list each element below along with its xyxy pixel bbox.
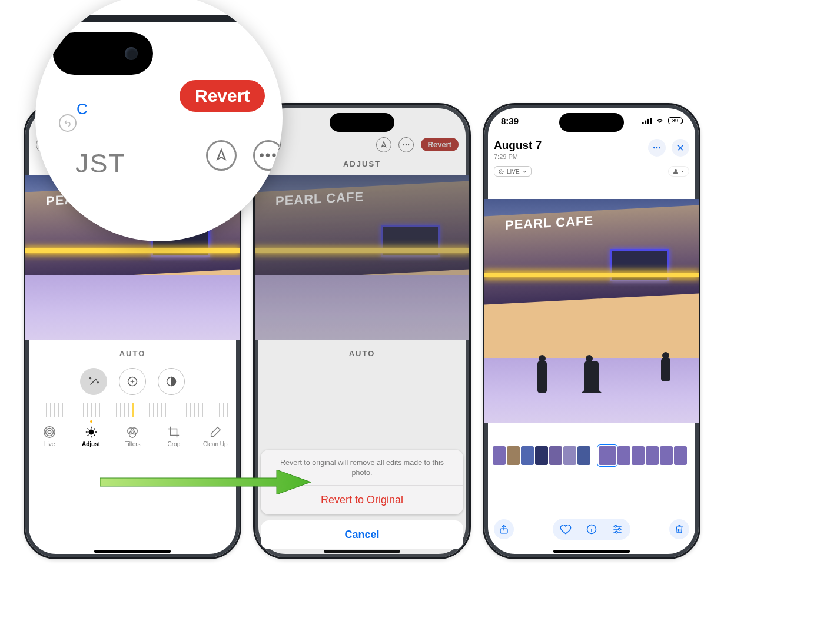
close-button[interactable] (672, 139, 689, 157)
volume-button (483, 255, 483, 290)
tab-adjust[interactable]: Adjust (74, 425, 109, 447)
delete-button[interactable] (669, 519, 689, 539)
dynamic-island (53, 32, 153, 75)
phone-photo-viewer: 8:39 89 August 7 7:29 PM LIV (483, 103, 700, 559)
people-chip[interactable] (668, 166, 689, 177)
favorite-button[interactable] (560, 523, 572, 535)
auto-label: AUTO (119, 349, 146, 358)
thumbnail-strip[interactable] (484, 445, 699, 466)
photo-full[interactable]: PEARL CAFE (484, 199, 699, 423)
tab-label: Filters (124, 441, 140, 447)
thumb[interactable] (674, 446, 687, 465)
edit-button[interactable] (612, 523, 623, 535)
status-time: 8:39 (501, 116, 519, 126)
battery-icon: 89 (668, 117, 682, 124)
svg-point-31 (616, 531, 617, 533)
adjust-icon (84, 425, 98, 439)
svg-point-23 (659, 147, 660, 149)
markup-icon (206, 140, 237, 171)
center-actions (553, 519, 630, 540)
thumb[interactable] (521, 446, 534, 465)
adjust-partial-text: JST (75, 148, 126, 179)
tab-filters[interactable]: Filters (115, 425, 150, 447)
volume-button (24, 214, 24, 249)
auto-row: AUTO (25, 340, 240, 362)
eraser-icon (208, 425, 222, 439)
svg-point-30 (619, 528, 620, 530)
svg-point-22 (656, 147, 658, 149)
svg-point-4 (97, 382, 98, 383)
adjust-tools (25, 362, 240, 397)
svg-point-29 (615, 525, 616, 527)
svg-point-10 (88, 429, 94, 434)
wifi-icon (655, 117, 665, 124)
svg-rect-19 (647, 118, 649, 124)
undo-icon (59, 114, 77, 132)
sheet-message: Revert to original will remove all edits… (261, 450, 463, 486)
photo-time-subtitle: 7:29 PM (494, 153, 542, 160)
power-button (700, 223, 700, 275)
auto-enhance-button[interactable] (80, 368, 107, 395)
exposure-button[interactable] (119, 368, 146, 395)
svg-point-21 (653, 147, 655, 149)
home-indicator[interactable] (553, 550, 630, 553)
adjust-slider[interactable] (34, 403, 231, 417)
volume-button (253, 214, 254, 249)
revert-button-zoom: Revert (180, 80, 265, 112)
actions-menu-button[interactable] (648, 139, 666, 157)
volume-button (24, 187, 24, 208)
cellular-icon (642, 118, 652, 124)
filters-icon (125, 425, 140, 439)
tab-cleanup[interactable]: Clean Up (198, 425, 233, 447)
svg-rect-18 (645, 120, 646, 124)
tab-label: Adjust (82, 441, 100, 447)
volume-button (483, 187, 483, 208)
volume-button (253, 255, 254, 290)
tab-live[interactable]: Live (32, 425, 67, 447)
thumb[interactable] (535, 446, 548, 465)
thumb[interactable] (632, 446, 645, 465)
thumb-selected[interactable] (599, 446, 616, 465)
meta-row: LIVE (484, 164, 699, 181)
tab-label: Clean Up (203, 441, 228, 447)
svg-point-25 (499, 169, 503, 173)
editor-tabbar: Live Adjust Filters Crop Clean Up (25, 420, 240, 447)
home-indicator[interactable] (94, 550, 171, 553)
thumb[interactable] (507, 446, 520, 465)
thumb[interactable] (660, 446, 673, 465)
power-button (241, 223, 241, 275)
volume-button (24, 255, 24, 290)
crop-icon (167, 425, 181, 439)
svg-rect-17 (642, 122, 644, 124)
thumb[interactable] (493, 446, 506, 465)
thumb[interactable] (617, 446, 630, 465)
phone-editor-sheet: Revert ADJUST PEARL CAFE AUTO Revert to … (253, 103, 471, 559)
tab-label: Crop (168, 441, 181, 447)
svg-point-3 (90, 378, 91, 379)
thumb[interactable] (549, 446, 562, 465)
revert-to-original-button[interactable]: Revert to Original (261, 486, 463, 514)
volume-button (483, 214, 483, 249)
thumb[interactable] (646, 446, 659, 465)
cancel-partial-text: C (77, 100, 88, 118)
viewer-toolbar (494, 519, 689, 540)
magnifier-callout: C Revert JST ••• (35, 0, 283, 241)
share-button[interactable] (494, 519, 514, 539)
photo-date-title: August 7 (494, 139, 542, 152)
tab-crop[interactable]: Crop (156, 425, 191, 447)
status-bar: 8:39 89 (484, 114, 699, 127)
svg-point-8 (46, 429, 54, 436)
cancel-button[interactable]: Cancel (261, 520, 463, 549)
svg-rect-20 (650, 118, 652, 124)
tab-label: Live (44, 441, 55, 447)
thumb-gap (592, 446, 597, 465)
thumb[interactable] (577, 446, 590, 465)
live-photo-chip[interactable]: LIVE (494, 166, 532, 177)
info-button[interactable] (586, 523, 597, 535)
thumb[interactable] (563, 446, 576, 465)
live-icon (42, 425, 57, 439)
svg-point-24 (500, 171, 502, 172)
brilliance-button[interactable] (158, 368, 185, 395)
svg-point-26 (675, 169, 677, 171)
svg-point-7 (48, 430, 51, 434)
